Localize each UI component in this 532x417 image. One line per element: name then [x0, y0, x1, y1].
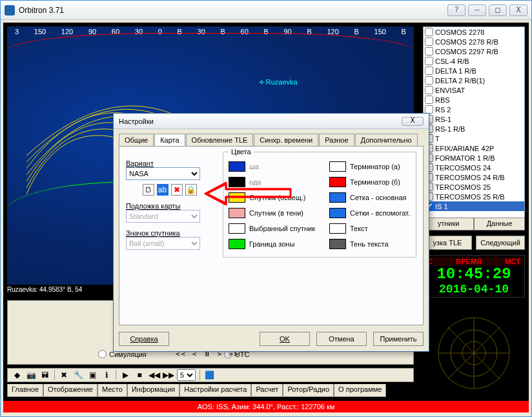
tab-about[interactable]: О программе	[334, 384, 386, 397]
sat-checkbox[interactable]	[425, 86, 433, 94]
tab-rotor[interactable]: Ротор/Радио	[283, 384, 334, 397]
ok-button[interactable]: OK	[260, 332, 310, 346]
palette-icon[interactable]: ▣	[87, 370, 97, 380]
list-item[interactable]: RS-1	[424, 114, 524, 124]
sat-checkbox[interactable]	[425, 47, 433, 56]
radar-view[interactable]	[423, 314, 525, 392]
tab-tle[interactable]: Обновление TLE	[186, 134, 254, 147]
sat-checkbox[interactable]	[425, 37, 433, 46]
tab-data[interactable]: Данные	[474, 218, 525, 230]
list-item[interactable]: COSMOS 2278 R/B	[424, 37, 524, 46]
list-item[interactable]: TERCOSMOS 24	[424, 163, 524, 172]
saticon-select[interactable]: Ball (small)	[126, 237, 200, 250]
open-icon[interactable]: ◆	[12, 370, 22, 380]
list-item[interactable]: EFIX/ARIANE 42P	[424, 143, 524, 153]
swatch-text-shadow[interactable]	[329, 239, 346, 249]
next-button[interactable]: Следующий	[476, 236, 525, 250]
list-item[interactable]: TERCOSMOS 24 R/B	[424, 172, 524, 182]
swatch-footprint[interactable]	[229, 239, 245, 249]
status-bar: AOS: ISS, Азим: 344.0°, Расст.: 122706 к…	[3, 401, 529, 412]
minimize-icon[interactable]: —	[468, 5, 486, 16]
list-item[interactable]: COSMOS 2297 R/B	[424, 46, 524, 56]
swatch-grid-aux[interactable]	[329, 208, 346, 218]
swatch-term-a[interactable]	[329, 161, 346, 172]
sat-checkbox[interactable]	[425, 28, 433, 36]
variant-label: Вариант	[126, 159, 213, 167]
swatch-text[interactable]	[329, 223, 346, 234]
list-item[interactable]: DELTA 1 R/B	[424, 66, 524, 76]
tab-misc[interactable]: Разное	[319, 134, 354, 147]
list-item[interactable]: TERCOSMOS 25 R/B	[424, 192, 524, 201]
info-icon[interactable]: ℹ	[101, 370, 112, 380]
stop-icon[interactable]: ■	[134, 370, 145, 380]
swatch-sat-ecl[interactable]	[229, 208, 245, 218]
sat-checkbox[interactable]	[425, 66, 433, 75]
list-item[interactable]: COSMOS 2278	[424, 27, 524, 37]
play-icon[interactable]: ▶	[120, 370, 130, 380]
disk-icon[interactable]: 🖬	[40, 370, 50, 380]
swatch-land[interactable]	[229, 161, 245, 172]
list-item[interactable]: RBS	[424, 95, 524, 105]
tab-calc[interactable]: Расчет	[251, 384, 283, 397]
rewind-icon[interactable]: ◀◀	[148, 370, 159, 380]
speed-select[interactable]: 5	[177, 369, 196, 381]
delete-icon[interactable]: ✖	[171, 184, 183, 196]
close-icon[interactable]: X	[509, 5, 527, 16]
sat-checkbox[interactable]	[425, 96, 433, 104]
new-icon[interactable]: 🗋	[143, 184, 154, 196]
dialog-title: Настройки	[119, 117, 154, 125]
tab-info[interactable]: Информация	[127, 384, 179, 397]
clock-time: 10:45:29	[425, 266, 523, 283]
rename-icon[interactable]: ab	[157, 184, 169, 196]
maximize-icon[interactable]: □	[489, 5, 507, 16]
forward-icon[interactable]: ▶▶	[163, 370, 173, 380]
list-item[interactable]: RS 2	[424, 105, 524, 114]
tab-display[interactable]: Отображение	[43, 384, 97, 397]
dialog-titlebar[interactable]: Настройки X	[114, 114, 429, 129]
sat-checkbox[interactable]	[425, 76, 433, 85]
variant-select[interactable]: NASA	[126, 167, 200, 180]
tab-map[interactable]: Карта	[154, 134, 185, 147]
swatch-term-b[interactable]	[329, 177, 346, 187]
list-item[interactable]: T	[424, 134, 524, 143]
tab-calc-settings[interactable]: Настройки расчета	[179, 384, 251, 397]
sat-checkbox[interactable]	[425, 57, 433, 65]
tab-satellites[interactable]: утники	[423, 218, 474, 230]
overlay-select[interactable]: Standard	[126, 210, 200, 223]
camera-icon[interactable]: 📷	[26, 370, 36, 380]
swatch-water[interactable]	[229, 177, 245, 187]
swatch-grid-main[interactable]	[329, 192, 346, 203]
wrench-icon[interactable]: 🔧	[73, 370, 83, 380]
list-item[interactable]: CSL-4 R/B	[424, 56, 524, 66]
cancel-button[interactable]: Отмена	[316, 332, 367, 346]
tab-general[interactable]: Общие	[119, 134, 154, 147]
load-tle-button[interactable]: узка TLE	[423, 236, 472, 250]
clock-panel: СВРЕМЯМСТ 10:45:29 2016-04-10	[423, 255, 525, 298]
help-icon[interactable]: ?	[447, 5, 466, 16]
lock-icon[interactable]: 🔒	[185, 184, 197, 196]
tab-advanced[interactable]: Дополнительно	[355, 134, 418, 147]
list-item[interactable]: FORMATOR 1 R/B	[424, 153, 524, 163]
dialog-close-icon[interactable]: X	[402, 117, 424, 126]
tab-location[interactable]: Место	[97, 384, 127, 397]
colors-group: Цвета ша ода Спутник (освещ.) Спутник (в…	[223, 152, 416, 258]
list-item[interactable]: DELTA 2 R/B(1)	[424, 76, 524, 85]
swatch-sat-sel[interactable]	[229, 223, 245, 234]
list-item[interactable]: RS-1 R/B	[424, 124, 524, 134]
list-item[interactable]: IS 1	[424, 201, 524, 211]
apply-button[interactable]: Применить	[373, 332, 424, 346]
titlebar[interactable]: Orbitron 3.71 ? — □ X	[1, 1, 531, 20]
window-title: Orbitron 3.71	[19, 6, 445, 15]
main-tabstrip: Главное Отображение Место Информация Нас…	[7, 384, 386, 397]
tab-main[interactable]: Главное	[7, 384, 43, 397]
tools-icon[interactable]: ✖	[59, 370, 69, 380]
right-tabs: утники Данные	[423, 218, 525, 230]
tab-timesync[interactable]: Синхр. времени	[254, 134, 318, 147]
swatch-sat-lit[interactable]	[229, 192, 245, 203]
map-status: Ruzaevka: 44.9583° B, 54	[7, 286, 82, 293]
extra-icon[interactable]: 🟦	[204, 370, 214, 380]
list-item[interactable]: ENVISAT	[424, 85, 524, 95]
help-button[interactable]: Справка	[119, 332, 169, 346]
satellite-list[interactable]: COSMOS 2278COSMOS 2278 R/BCOSMOS 2297 R/…	[423, 26, 525, 227]
list-item[interactable]: TERCOSMOS 25	[424, 182, 524, 192]
